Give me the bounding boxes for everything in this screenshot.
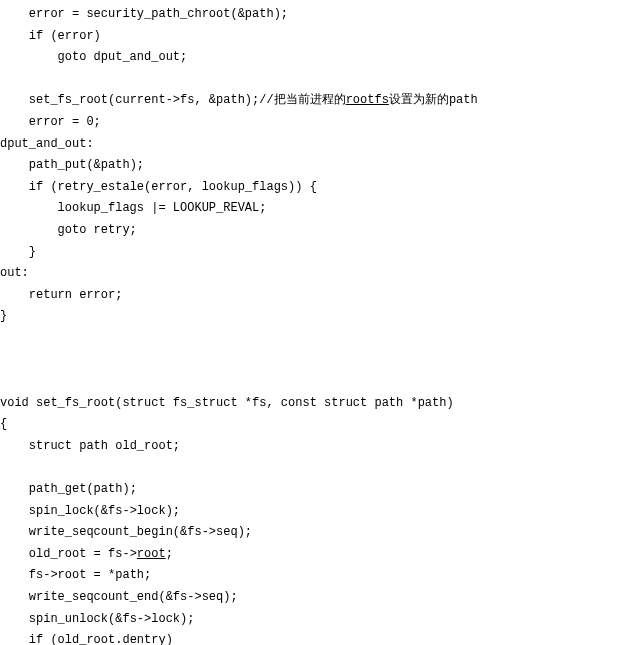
code-token-underlined: rootfs [346,93,389,107]
code-line: fs->root = *path; [0,565,630,587]
code-token: spin_unlock(&fs->lock); [29,612,195,626]
code-line: write_seqcount_end(&fs->seq); [0,587,630,609]
code-token: fs->root = *path; [29,568,151,582]
code-line: spin_unlock(&fs->lock); [0,609,630,631]
code-line [0,328,630,350]
code-line: goto dput_and_out; [0,47,630,69]
code-token: if (retry_estale(error, lookup_flags)) { [29,180,317,194]
code-line [0,69,630,91]
code-line: dput_and_out: [0,134,630,156]
code-line: path_put(&path); [0,155,630,177]
code-token: goto dput_and_out; [58,50,188,64]
code-line: set_fs_root(current->fs, &path);//把当前进程的… [0,90,630,112]
code-line: if (retry_estale(error, lookup_flags)) { [0,177,630,199]
code-line [0,350,630,372]
code-token: 设置为新的path [389,93,478,107]
code-token: struct path old_root; [29,439,180,453]
code-token: void set_fs_root(struct fs_struct *fs, c… [0,396,454,410]
code-token: set_fs_root(current->fs, &path);//把当前进程的 [29,93,346,107]
code-token-underlined: root [137,547,166,561]
code-token: path_get(path); [29,482,137,496]
code-token: path_put(&path); [29,158,144,172]
code-line: return error; [0,285,630,307]
code-line: } [0,306,630,328]
code-token: return error; [29,288,123,302]
code-token: write_seqcount_begin(&fs->seq); [29,525,252,539]
code-token: old_root = fs-> [29,547,137,561]
code-block: error = security_path_chroot(&path); if … [0,4,630,645]
code-token: write_seqcount_end(&fs->seq); [29,590,238,604]
code-line: if (old_root.dentry) [0,630,630,645]
code-token: if (old_root.dentry) [29,633,173,645]
code-token: lookup_flags |= LOOKUP_REVAL; [58,201,267,215]
code-token: goto retry; [58,223,137,237]
code-line: { [0,414,630,436]
code-line: old_root = fs->root; [0,544,630,566]
code-line: spin_lock(&fs->lock); [0,501,630,523]
code-token: } [29,245,36,259]
code-line: goto retry; [0,220,630,242]
code-token: } [0,309,7,323]
code-line: write_seqcount_begin(&fs->seq); [0,522,630,544]
code-line: error = security_path_chroot(&path); [0,4,630,26]
code-token: { [0,417,7,431]
code-token: error = security_path_chroot(&path); [29,7,288,21]
code-line: } [0,242,630,264]
code-token: ; [166,547,173,561]
code-line: void set_fs_root(struct fs_struct *fs, c… [0,393,630,415]
code-line: if (error) [0,26,630,48]
code-line: lookup_flags |= LOOKUP_REVAL; [0,198,630,220]
code-line: path_get(path); [0,479,630,501]
code-token: error = 0; [29,115,101,129]
code-line [0,457,630,479]
code-line: struct path old_root; [0,436,630,458]
code-token: out: [0,266,29,280]
code-line: error = 0; [0,112,630,134]
code-line [0,371,630,393]
code-token: if (error) [29,29,101,43]
code-token: spin_lock(&fs->lock); [29,504,180,518]
code-line: out: [0,263,630,285]
code-token: dput_and_out: [0,137,94,151]
